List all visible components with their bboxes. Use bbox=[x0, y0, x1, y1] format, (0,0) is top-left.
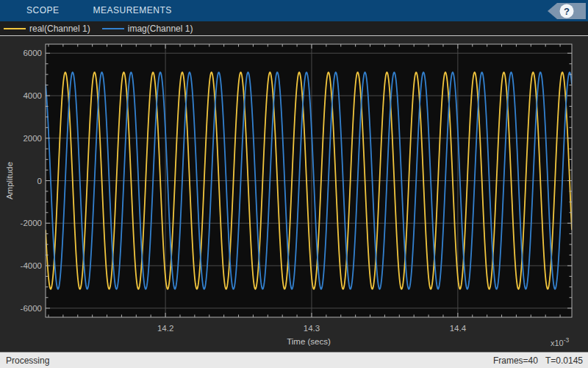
y-tick-label: -6000 bbox=[21, 304, 42, 313]
legend-item-real[interactable]: real(Channel 1) bbox=[4, 24, 90, 34]
status-message: Processing bbox=[6, 355, 49, 366]
y-tick-label: -4000 bbox=[21, 261, 42, 270]
y-tick-label: 6000 bbox=[23, 49, 42, 57]
y-tick-label: 2000 bbox=[23, 134, 42, 143]
y-tick-label: -2000 bbox=[21, 219, 42, 227]
x-axis-multiplier: x10-3 bbox=[551, 336, 570, 347]
x-tick-label: 14.4 bbox=[450, 324, 467, 333]
legend-item-imag[interactable]: imag(Channel 1) bbox=[102, 24, 193, 34]
legend-line-swatch bbox=[102, 28, 124, 29]
scope-window: SCOPE MEASUREMENTS ? real(Channel 1)imag… bbox=[0, 0, 588, 368]
y-tick-label: 4000 bbox=[23, 91, 42, 100]
legend-label: real(Channel 1) bbox=[29, 24, 90, 34]
sim-time: T=0.0145 bbox=[545, 355, 583, 366]
tab-measurements[interactable]: MEASUREMENTS bbox=[92, 0, 173, 21]
question-mark-icon: ? bbox=[564, 6, 570, 17]
legend-line-swatch bbox=[4, 28, 26, 29]
status-right-group: Frames=40 T=0.0145 bbox=[493, 355, 583, 366]
legend-label: imag(Channel 1) bbox=[128, 24, 193, 34]
legend-bar: real(Channel 1)imag(Channel 1) bbox=[0, 21, 588, 36]
y-tick-label: 0 bbox=[37, 177, 42, 185]
status-bar: Processing Frames=40 T=0.0145 bbox=[0, 352, 588, 368]
x-axis-label: Time (secs) bbox=[287, 337, 331, 346]
scope-plot[interactable]: 14.214.314.46000400020000-2000-4000-6000… bbox=[0, 37, 588, 352]
plot-region[interactable]: 14.214.314.46000400020000-2000-4000-6000… bbox=[0, 37, 588, 352]
help-button[interactable]: ? bbox=[545, 2, 586, 20]
x-tick-label: 14.2 bbox=[157, 324, 173, 333]
toolbar: SCOPE MEASUREMENTS ? bbox=[0, 0, 588, 21]
x-tick-label: 14.3 bbox=[304, 324, 320, 333]
tab-scope[interactable]: SCOPE bbox=[25, 0, 61, 21]
y-axis-label: Amplitude bbox=[5, 162, 14, 199]
frames-counter: Frames=40 bbox=[493, 355, 538, 366]
